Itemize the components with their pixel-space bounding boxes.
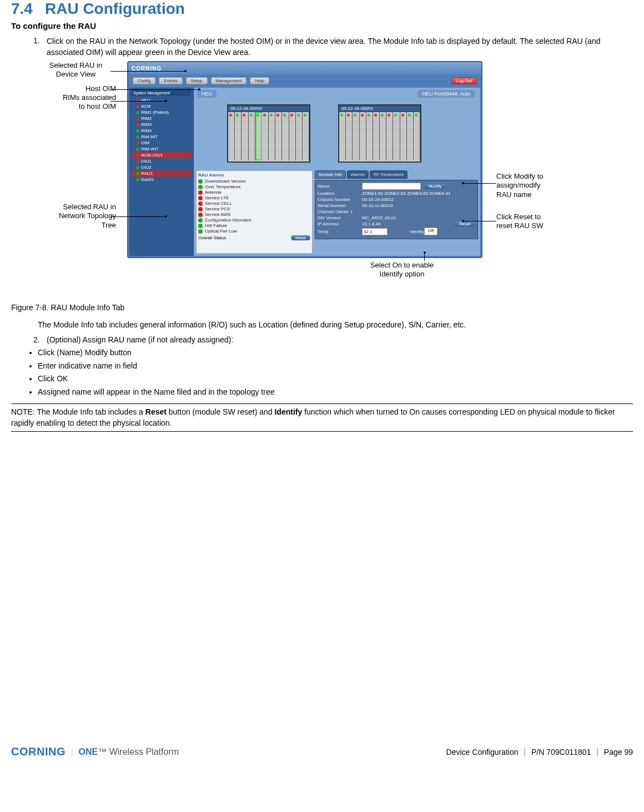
serial-value: 00-10-xx 00018 <box>362 203 393 208</box>
subheading: To configure the RAU <box>11 21 633 31</box>
tree-item[interactable]: HEU <box>132 97 191 103</box>
footer-page: Page 99 <box>604 748 633 756</box>
app-brand: CORNING <box>128 62 481 74</box>
alarm-item: HW Failure <box>198 223 310 228</box>
footer-section: Device Configuration <box>446 748 519 756</box>
bullet-item: Click OK <box>38 372 633 386</box>
chassis-value: 00-10-24-00012 <box>362 197 394 202</box>
alarm-item: Service CELL <box>198 201 310 206</box>
callout-click-modify: Click Modify to assign/modify RAU name <box>496 172 574 199</box>
step-2-text: (Optional) Assign RAU name (if not alrea… <box>47 335 633 344</box>
alarm-item: Service PCS <box>198 206 310 211</box>
tab-module-info[interactable]: Module Info <box>315 170 346 179</box>
alarms-header: RAU Alarms <box>198 173 310 178</box>
rack-2-label: 00-12-34-00053 <box>341 106 373 111</box>
tree-item[interactable]: RIM-WIT <box>132 146 191 152</box>
alarms-panel: RAU Alarms Downstream VersionOver Temper… <box>196 170 313 254</box>
device-rack-2[interactable]: 00-12-34-00053 <box>338 104 421 163</box>
callout-rims-associated: RIMs associated to host OIM <box>36 93 116 112</box>
footer-right: Device Configuration | P/N 709C011801 | … <box>446 748 633 756</box>
overall-status-label: Overall Status <box>198 235 226 240</box>
tree-item[interactable]: OIM <box>132 140 191 146</box>
alarm-item: Service LTE <box>198 195 310 200</box>
serial-label: Serial Number <box>318 203 362 208</box>
section-heading: 7.4RAU Configuration <box>11 0 633 18</box>
callout-select-on-identify: Select On to enable Identify option <box>346 261 457 279</box>
note-identify-bold: Identify <box>274 407 302 416</box>
alarm-item: Over Temperature <box>198 184 310 189</box>
product-logo: ONE™ Wireless Platform <box>79 747 179 757</box>
toolbar-setup-button[interactable]: Setup <box>186 77 208 84</box>
page-footer: CORNING | ONE™ Wireless Platform Device … <box>11 745 633 758</box>
tree-item[interactable]: OIU1 <box>132 158 191 164</box>
ipaddr-label: IP Address <box>318 221 362 226</box>
callout-click-reset: Click Reset to reset RAU SW <box>496 213 574 231</box>
bullet-item: Assigned name will appear in the Name fi… <box>38 386 633 399</box>
tree-item[interactable]: RIM3 <box>132 122 191 128</box>
network-topology-tree[interactable]: System Management HEUACMRIM1 (Potent)RIM… <box>129 88 194 256</box>
toolbar-help-button[interactable]: Help <box>250 77 269 84</box>
carrier-label: Channel Carrier 1 <box>318 209 362 214</box>
modify-button[interactable]: Modify <box>424 184 446 189</box>
swver-label: SW Version <box>318 215 362 220</box>
tree-item[interactable]: ACM <box>132 103 191 109</box>
bullet-item: Enter indicative name in field <box>38 360 633 373</box>
tree-item[interactable]: RIM2 <box>132 115 191 122</box>
toolbar-management-button[interactable]: Management <box>211 77 247 84</box>
note-text: button (module SW reset) and <box>167 407 275 416</box>
section-number: 7.4 <box>11 0 33 17</box>
tree-item[interactable]: RIM4 <box>132 128 191 134</box>
tree-item[interactable]: RIM-NIT <box>132 134 191 140</box>
reset-button[interactable]: Reset <box>455 221 475 226</box>
note-box: NOTE: The Module Info tab includes a Res… <box>11 404 633 432</box>
module-info-description: The Module Info tab includes general inf… <box>38 320 633 331</box>
toolbar-logout-button[interactable]: Log Out <box>451 77 477 84</box>
alarm-item: Service AWS <box>198 212 310 217</box>
footer-pn: P/N 709C011801 <box>531 748 591 756</box>
location-label: Location <box>318 191 362 196</box>
tree-item[interactable]: RIM1 (Potent) <box>132 109 191 115</box>
mask-button[interactable]: Mask <box>291 235 310 240</box>
temp-label: Temp <box>318 229 362 234</box>
callout-selected-rau-tree: Selected RAU in Network Topology Tree <box>36 203 116 230</box>
corning-logo: CORNING <box>11 745 66 758</box>
tree-item[interactable]: OIU2 <box>132 164 191 170</box>
device-view-title: HEU <box>197 90 217 98</box>
substep-bullets: Click (Name) Modify button Enter indicat… <box>24 346 633 399</box>
callout-selected-rau-dv: Selected RAU in Device View <box>36 61 116 79</box>
ipaddr-value: 10.1.4.48 <box>362 221 380 226</box>
bullet-item: Click (Name) Modify button <box>38 346 633 360</box>
toolbar-config-button[interactable]: Config <box>133 77 155 84</box>
identify-label: Identify <box>410 229 424 234</box>
identify-select[interactable]: Off <box>424 228 438 235</box>
section-title: RAU Configuration <box>45 0 185 17</box>
figure-caption: Figure 7-8. RAU Module Info Tab <box>11 303 633 312</box>
note-text: NOTE: The Module Info tab includes a <box>11 407 145 416</box>
step-2-number: 2. <box>33 335 47 344</box>
tree-item[interactable]: ACM-OIU1 <box>132 152 191 158</box>
location-value: ZONE1-01 ZONE2-03 ZONE3-02 ZONE4-01 <box>362 191 451 196</box>
note-reset-bold: Reset <box>145 407 167 416</box>
tree-item[interactable]: Sub01 <box>132 176 191 183</box>
chassis-label: Chassis Number <box>318 197 362 202</box>
module-info-panel: Module Info Alarms RF Parameters Name Mo… <box>315 170 478 254</box>
tree-item[interactable]: RAU1 <box>132 170 191 176</box>
temp-value <box>362 228 388 235</box>
rack-1-label: 00-12-34-00054 <box>230 106 262 111</box>
alarm-item: Antenna <box>198 190 310 195</box>
tab-alarms[interactable]: Alarms <box>347 170 369 179</box>
name-input[interactable] <box>362 183 421 190</box>
alarm-item: Downstream Version <box>198 179 310 184</box>
name-label: Name <box>318 184 362 189</box>
tab-rf-parameters[interactable]: RF Parameters <box>370 170 407 179</box>
tree-title: System Management <box>132 90 191 96</box>
swver-value: MC_AR03_03:01 <box>362 215 396 220</box>
callout-host-oim: Host OIM <box>36 84 116 93</box>
app-toolbar: Config Events Setup Management Help Log … <box>128 74 481 87</box>
toolbar-events-button[interactable]: Events <box>159 77 182 84</box>
screenshot-app-window: CORNING Config Events Setup Management H… <box>127 61 482 258</box>
step-1-number: 1. <box>33 36 47 58</box>
step-1-text: Click on the RAU in the Network Topology… <box>47 36 633 58</box>
device-view-subtitle: HEU-Port30448 Auto <box>417 90 475 98</box>
device-rack-1[interactable]: 00-12-34-00054 <box>227 104 310 163</box>
